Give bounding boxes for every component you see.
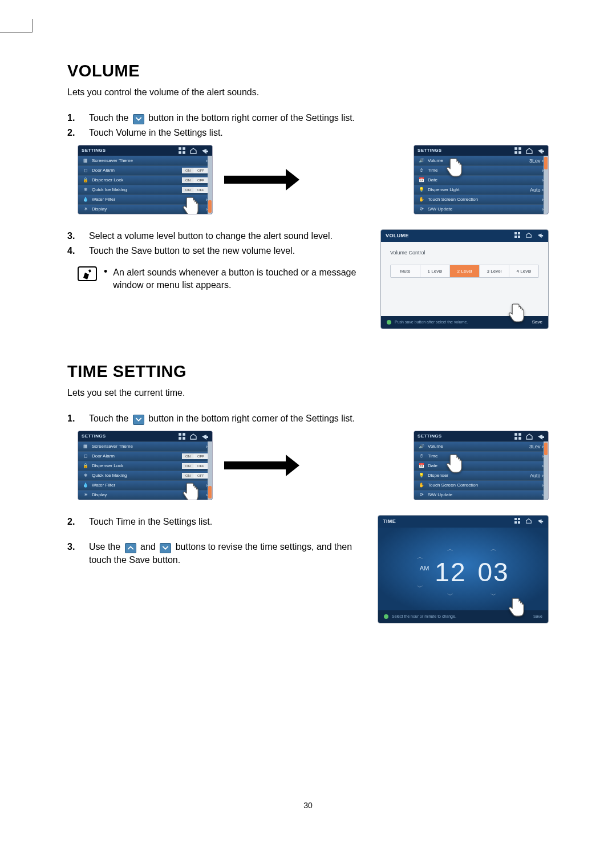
volume-steps-3-4-block: 3.Select a volume level button to change… [67, 229, 549, 329]
chevron-down-icon[interactable]: ﹀ [491, 591, 497, 599]
volume-step-3: Select a volume level button to change t… [89, 229, 366, 242]
home-icon [189, 147, 197, 155]
chevron-down-icon [133, 114, 144, 124]
chevron-up-icon [125, 543, 136, 553]
ampm-stepper[interactable]: ︿ AM ﹀ [417, 553, 423, 591]
chevron-up-icon[interactable]: ︿ [491, 545, 497, 553]
save-button[interactable]: Save [532, 319, 542, 325]
chevron-up-icon[interactable]: ︿ [417, 553, 423, 561]
volume-heading: VOLUME [67, 62, 549, 80]
volume-level-options[interactable]: Mute 1 Level 2 Level 3 Level 4 Level [390, 265, 539, 278]
grid-icon [514, 432, 522, 440]
home-icon [189, 432, 197, 440]
time-heading: TIME SETTING [67, 362, 549, 381]
volume-steps-3-4: 3.Select a volume level button to change… [67, 229, 366, 257]
time-panel: TIME ︿ AM ﹀ ︿ [378, 515, 549, 623]
settings-panel-after: SETTINGS 🔊Volume3Lev › ⏱Time› 📅Date› 💡Di… [414, 431, 549, 500]
time-step-1: 1. Touch the button in the bottom right … [67, 412, 549, 425]
grid-icon [178, 432, 186, 440]
chevron-down-icon[interactable]: ﹀ [447, 591, 453, 599]
back-icon [537, 147, 545, 155]
settings-panel-after: SETTINGS 🔊Volume3Lev › ⏱Time› 📅Date› 💡Di… [414, 145, 549, 214]
time-step-2: Touch Time in the Settings list. [89, 515, 363, 528]
grid-icon [178, 147, 186, 155]
time-screenshot-row: SETTINGS ▦Screensaver Theme› ◻Door Alarm… [78, 431, 549, 500]
volume-steps-1-2: 1. Touch the button in the bottom right … [67, 111, 549, 139]
page-number: 30 [0, 801, 616, 810]
volume-control-panel: VOLUME Volume Control Mute 1 Level 2 Lev… [380, 229, 549, 329]
volume-step-1: Touch the button in the bottom right cor… [89, 111, 549, 124]
grid-icon [514, 232, 521, 240]
settings-panel-before: SETTINGS ▦Screensaver Theme› ◻Door Alarm… [78, 431, 213, 500]
settings-panel-before: SETTINGS ▦Screensaver Theme› ◻Door Alarm… [78, 145, 213, 214]
volume-screenshot-row: SETTINGS ▦Screensaver Theme› ◻Door Alarm… [78, 145, 549, 214]
grid-icon [514, 517, 521, 525]
chevron-down-icon [133, 415, 144, 425]
volume-note: •An alert sounds whenever a button is to… [78, 266, 366, 291]
volume-subtitle: Lets you control the volume of the alert… [67, 86, 549, 99]
back-icon [537, 432, 545, 440]
home-icon [525, 517, 532, 525]
arrow-icon [224, 176, 287, 184]
volume-section: VOLUME Lets you control the volume of th… [67, 62, 549, 329]
chevron-down-icon [160, 543, 171, 553]
time-steps-2-3: 2.Touch Time in the Settings list. [67, 515, 363, 528]
save-button[interactable]: Save [533, 614, 542, 618]
hour-stepper[interactable]: ︿ 12 ﹀ [435, 545, 466, 599]
chevron-down-icon[interactable]: ﹀ [417, 583, 423, 591]
time-step-3: Use the and buttons to revise the time s… [89, 540, 363, 566]
arrow-icon [224, 461, 287, 469]
page-corner-mark [0, 32, 32, 46]
grid-icon [514, 147, 522, 155]
back-icon [201, 432, 209, 440]
back-icon [537, 232, 544, 240]
chevron-up-icon[interactable]: ︿ [447, 545, 453, 553]
time-section: TIME SETTING Lets you set the current ti… [67, 362, 549, 623]
back-icon [537, 517, 544, 525]
home-icon [525, 232, 532, 240]
minute-stepper[interactable]: ︿ 03 ﹀ [478, 545, 509, 599]
volume-step-4: Touch the Save button to set the new vol… [89, 244, 366, 257]
time-subtitle: Lets you set the current time. [67, 387, 549, 399]
home-icon [525, 147, 533, 155]
volume-step-2: Touch Volume in the Settings list. [89, 126, 549, 139]
time-steps-2-3-block: 2.Touch Time in the Settings list. 3. Us… [67, 515, 549, 623]
home-icon [525, 432, 533, 440]
note-icon [78, 266, 97, 281]
back-icon [201, 147, 209, 155]
